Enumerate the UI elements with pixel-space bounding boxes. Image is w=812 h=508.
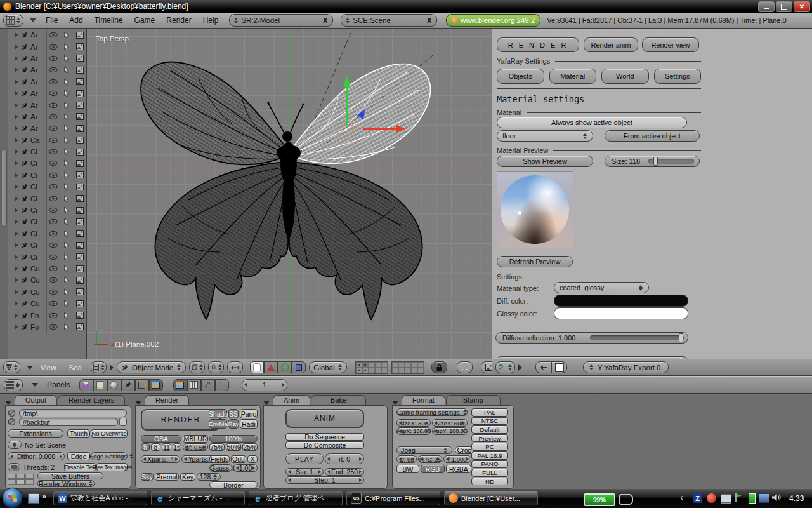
glossy-color-swatch[interactable] xyxy=(554,307,688,319)
selectability-toggle[interactable] xyxy=(60,53,72,64)
fps-base-stepper[interactable]: / 1.000 xyxy=(443,455,471,463)
fps-stepper[interactable]: FPS: 25 xyxy=(418,455,442,463)
format-preset-button[interactable]: PAL xyxy=(471,408,508,417)
from-active-object-button[interactable]: From active object xyxy=(605,130,700,142)
blender-version-button[interactable]: www.blender.org 249.2 xyxy=(446,14,540,27)
selectability-toggle[interactable] xyxy=(60,41,72,52)
renderability-toggle[interactable] xyxy=(72,239,87,251)
renderability-toggle[interactable] xyxy=(72,216,87,227)
format-preset-button[interactable]: PANO xyxy=(471,460,508,469)
editor-type-button[interactable] xyxy=(3,361,20,373)
selectability-toggle[interactable] xyxy=(60,274,72,286)
visibility-toggle[interactable] xyxy=(46,111,60,123)
maximize-button[interactable] xyxy=(776,1,792,12)
editing-context-button[interactable] xyxy=(135,379,149,391)
expand-arrow-icon[interactable] xyxy=(15,277,18,283)
border-toggle[interactable]: Border xyxy=(209,481,258,488)
visibility-toggle[interactable] xyxy=(46,76,60,88)
scene-selector[interactable]: SCE:Scene X xyxy=(341,14,437,27)
renderability-toggle[interactable] xyxy=(72,228,87,239)
renderability-toggle[interactable] xyxy=(72,321,87,333)
tray-expand-chevron[interactable]: ‹ xyxy=(680,492,683,502)
renderability-toggle[interactable] xyxy=(72,123,87,134)
draw-type-button[interactable] xyxy=(189,361,205,373)
rgb-toggle[interactable]: RGB xyxy=(421,465,445,473)
selectability-toggle[interactable] xyxy=(60,192,72,204)
object-name[interactable]: Ar xyxy=(29,55,46,62)
menu-expand-icon[interactable] xyxy=(110,364,114,371)
outliner-row[interactable]: Ar xyxy=(8,76,87,88)
expand-arrow-icon[interactable] xyxy=(15,243,18,248)
panel-collapse-icon[interactable] xyxy=(5,401,11,405)
object-context-button[interactable] xyxy=(121,379,135,391)
editor-type-button[interactable] xyxy=(91,361,107,373)
expand-arrow-icon[interactable] xyxy=(15,161,18,166)
selectability-toggle[interactable] xyxy=(60,99,72,110)
render-buttons-button[interactable] xyxy=(173,379,187,391)
sound-buttons-button[interactable] xyxy=(215,379,229,391)
flag-tray-icon[interactable] xyxy=(735,493,743,504)
renderability-toggle[interactable] xyxy=(72,99,87,110)
renderability-toggle[interactable] xyxy=(72,76,87,88)
visibility-toggle[interactable] xyxy=(46,123,60,134)
expand-arrow-icon[interactable] xyxy=(15,173,18,178)
sizex-stepper[interactable]: SizeX: 800 xyxy=(396,419,431,427)
auto-threads-toggle[interactable] xyxy=(8,463,20,471)
menu-item[interactable]: Add xyxy=(63,16,88,25)
visibility-toggle[interactable] xyxy=(46,251,60,262)
renderability-toggle[interactable] xyxy=(72,192,87,204)
selectability-toggle[interactable] xyxy=(60,204,72,216)
sequencer-buttons-button[interactable] xyxy=(187,379,201,391)
edge-settings-dropdown[interactable]: Edge Settings xyxy=(91,452,128,460)
visibility-toggle[interactable] xyxy=(46,274,60,286)
back-button[interactable] xyxy=(535,361,551,373)
header-collapse-icon[interactable] xyxy=(27,366,33,370)
renderability-toggle[interactable] xyxy=(72,29,87,41)
expand-arrow-icon[interactable] xyxy=(15,266,18,271)
expand-arrow-icon[interactable] xyxy=(15,91,18,96)
renderability-toggle[interactable] xyxy=(72,41,87,52)
end-frame-stepper[interactable]: End: 250 xyxy=(325,468,364,476)
outliner-row[interactable]: Ar xyxy=(8,99,87,110)
visibility-toggle[interactable] xyxy=(46,135,60,146)
fields-x-toggle[interactable]: X xyxy=(247,455,258,463)
visibility-toggle[interactable] xyxy=(46,29,60,41)
premul-toggle[interactable]: Premul xyxy=(155,473,179,481)
renderability-toggle[interactable] xyxy=(72,204,87,216)
screen-selector[interactable]: SR:2-Model X xyxy=(229,14,333,27)
volume-tray-icon[interactable] xyxy=(771,493,781,504)
menu-item[interactable]: Timeline xyxy=(89,16,129,25)
object-name[interactable]: Cu xyxy=(29,300,46,307)
expand-arrow-icon[interactable] xyxy=(15,126,18,131)
selectability-toggle[interactable] xyxy=(60,146,72,157)
shadow-toggle[interactable]: Shado xyxy=(209,409,227,418)
selectability-toggle[interactable] xyxy=(60,239,72,251)
expand-arrow-icon[interactable] xyxy=(15,208,18,213)
editor-type-button[interactable] xyxy=(495,361,515,373)
osa-8-toggle[interactable]: 8 xyxy=(151,443,160,451)
render-button[interactable]: R E N D E R xyxy=(497,37,579,52)
outliner-row[interactable]: Cu xyxy=(8,263,87,274)
outliner-row[interactable]: Ar xyxy=(8,41,87,52)
expand-arrow-icon[interactable] xyxy=(15,32,18,37)
object-name[interactable]: Ar xyxy=(29,78,46,86)
selectability-toggle[interactable] xyxy=(60,321,72,333)
lock-layers-button[interactable] xyxy=(431,361,447,373)
selectability-toggle[interactable] xyxy=(60,309,72,321)
renderability-toggle[interactable] xyxy=(72,88,87,99)
outliner-row[interactable]: Cu xyxy=(8,286,87,298)
backbuf-path-field[interactable]: //backbuf xyxy=(19,418,118,426)
sky-toggle[interactable]: Sky xyxy=(141,473,154,481)
expand-arrow-icon[interactable] xyxy=(15,67,18,72)
outliner-row[interactable]: Ar xyxy=(8,64,87,76)
taskbar-task-cmd[interactable]: C:\ C:¥Program Files... xyxy=(346,491,440,505)
outliner-row[interactable]: Fo xyxy=(8,321,87,333)
outliner-row[interactable]: Ar xyxy=(8,88,87,99)
osa-16-toggle[interactable]: 16 xyxy=(173,443,181,451)
view-menu[interactable]: View xyxy=(36,364,62,371)
object-name[interactable]: Ci xyxy=(29,206,46,214)
object-name[interactable]: Ar xyxy=(29,113,46,121)
renderability-toggle[interactable] xyxy=(72,251,87,262)
selectability-toggle[interactable] xyxy=(60,123,72,134)
new-window-button[interactable] xyxy=(551,361,567,373)
